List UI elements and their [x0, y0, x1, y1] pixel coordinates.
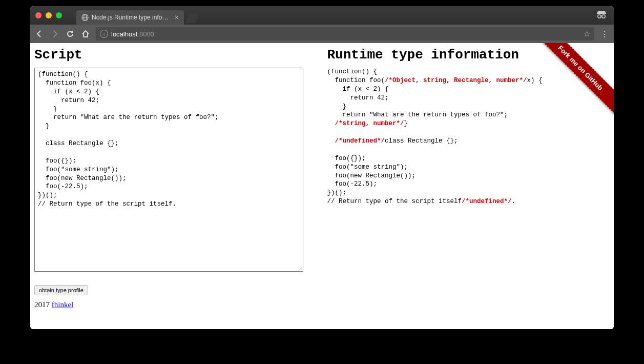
tab-favicon [81, 14, 89, 21]
obtain-type-profile-button[interactable]: obtain type profile [34, 285, 88, 295]
site-info-icon[interactable]: i [100, 30, 108, 38]
reload-button[interactable] [65, 29, 75, 39]
browser-menu-button[interactable]: ⋮ [599, 29, 610, 39]
back-button[interactable] [34, 29, 45, 39]
minimize-window-button[interactable] [46, 12, 52, 18]
left-column: Script obtain type profile 2017 fhinkel [34, 45, 317, 309]
forward-button[interactable] [50, 29, 60, 39]
browser-toolbar: i localhost:8080 ☆ ⋮ [30, 25, 614, 43]
incognito-icon [595, 9, 608, 22]
address-bar[interactable]: i localhost:8080 ☆ [96, 27, 594, 41]
window-controls [35, 12, 62, 18]
page-content: Fork me on GitHub Script obtain type pro… [30, 43, 614, 329]
maximize-window-button[interactable] [56, 12, 62, 18]
right-column: Runtime type information (function() { f… [327, 45, 610, 309]
url-host: localhost [111, 30, 137, 38]
url-text: localhost:8080 [111, 30, 154, 38]
browser-window: Node.js Runtime type informat × i [30, 6, 614, 329]
browser-tab[interactable]: Node.js Runtime type informat × [76, 10, 184, 25]
svg-point-3 [598, 15, 601, 18]
tab-close-icon[interactable]: × [175, 13, 179, 22]
runtime-output: (function() { function foo(/*Object, str… [327, 68, 610, 206]
footer-author-link[interactable]: fhinkel [52, 300, 74, 309]
close-window-button[interactable] [35, 12, 41, 18]
browser-titlebar: Node.js Runtime type informat × [30, 6, 614, 25]
home-button[interactable] [80, 29, 91, 39]
script-heading: Script [34, 47, 317, 63]
footer-year: 2017 [34, 300, 52, 309]
bookmark-star-icon[interactable]: ☆ [584, 29, 590, 38]
url-port: :8080 [137, 30, 154, 38]
svg-point-4 [602, 15, 605, 18]
page-footer: 2017 fhinkel [34, 300, 317, 309]
new-tab-button[interactable] [185, 14, 199, 23]
tab-title: Node.js Runtime type informat [92, 14, 170, 21]
script-textarea[interactable] [34, 68, 303, 272]
